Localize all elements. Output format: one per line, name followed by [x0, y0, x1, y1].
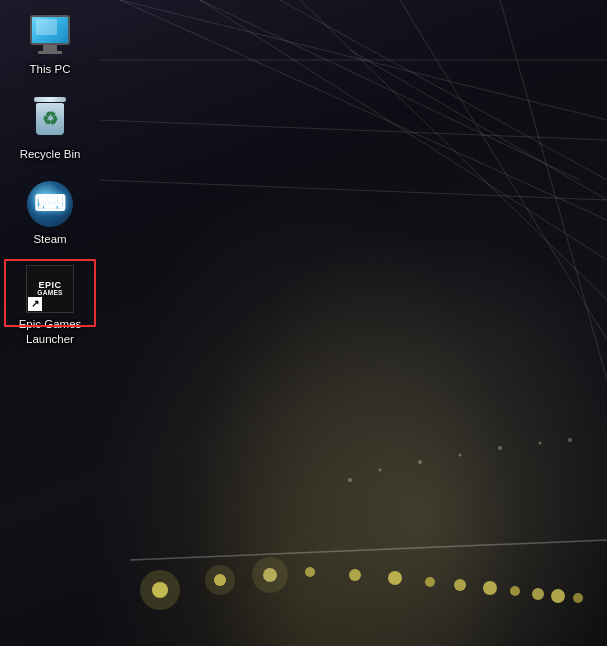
- recycle-bin-icon[interactable]: ♻ Recycle Bin: [10, 95, 90, 162]
- this-pc-icon[interactable]: This PC: [10, 10, 90, 77]
- epic-games-launcher-icon[interactable]: EPIC GAMES ↗ Epic GamesLauncher: [10, 265, 90, 347]
- epic-games-icon-image: EPIC GAMES ↗: [26, 265, 74, 313]
- steam-icon[interactable]: ⌨ Steam: [10, 180, 90, 247]
- steam-label: Steam: [33, 232, 66, 247]
- steam-icon-image: ⌨: [26, 180, 74, 228]
- recycle-bin-icon-image: ♻: [26, 95, 74, 143]
- this-pc-icon-image: [26, 10, 74, 58]
- this-pc-label: This PC: [30, 62, 71, 77]
- recycle-bin-label: Recycle Bin: [20, 147, 81, 162]
- epic-games-launcher-label: Epic GamesLauncher: [19, 317, 82, 347]
- desktop: This PC ♻ Recycle Bin ⌨ Steam: [0, 0, 607, 646]
